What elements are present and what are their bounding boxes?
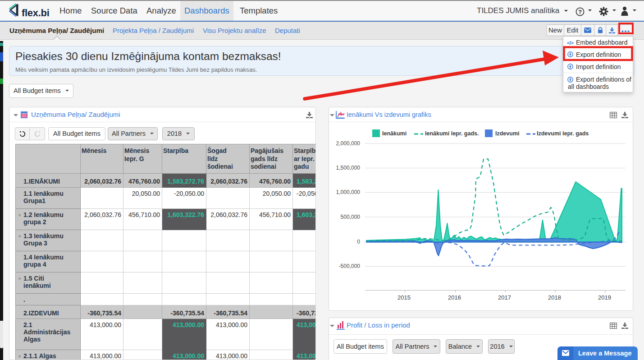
svg-text:?: ? — [578, 9, 582, 15]
svg-text:</>: </> — [567, 40, 574, 46]
